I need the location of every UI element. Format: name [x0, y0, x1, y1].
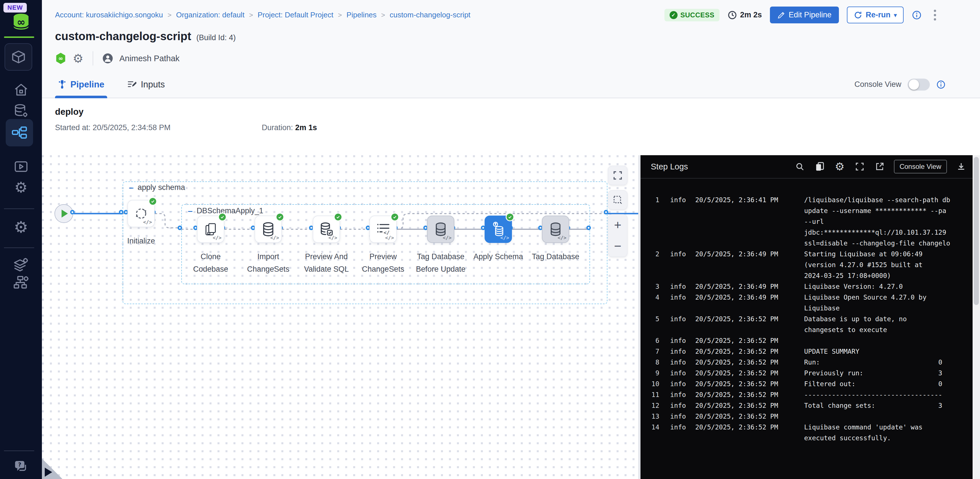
database-icon	[262, 222, 275, 236]
success-check-icon	[148, 197, 157, 206]
zoom-in-button[interactable]: +	[608, 214, 627, 236]
edit-pipeline-button[interactable]: Edit Pipeline	[770, 6, 839, 23]
stage-name: deploy	[55, 107, 967, 117]
meta-row: ∞ ⚙ Animesh Pathak	[42, 46, 980, 71]
help-chat-icon: ?	[13, 460, 29, 474]
top-bar: Account: kurosakiichigo.songoku> Organiz…	[42, 0, 980, 30]
header-actions: ✓ SUCCESS 2m 2s Edit Pipeline Re-run ▾	[665, 6, 940, 23]
connector-port[interactable]	[586, 225, 591, 230]
node-preview-validate-sql[interactable]: </> Preview And Validate SQL	[298, 216, 355, 275]
breadcrumb-separator: >	[168, 11, 172, 19]
sidebar-item-home[interactable]	[0, 78, 42, 101]
canvas-fullscreen-button[interactable]	[608, 166, 627, 185]
sidebar-item-builder[interactable]: ⚙	[0, 176, 42, 199]
status-text: SUCCESS	[681, 11, 714, 19]
node-initialize[interactable]: </> Initialize	[113, 200, 170, 247]
log-line: ssl=disable --changelog-file changelo	[641, 238, 980, 249]
node-label: Tag Database	[532, 250, 579, 263]
breadcrumb: Account: kurosakiichigo.songoku> Organiz…	[55, 11, 665, 19]
scrollbar-thumb[interactable]	[974, 157, 979, 305]
node-tag-database[interactable]: </> Tag Database	[527, 216, 584, 263]
breadcrumb-project[interactable]: Project: Default Project	[258, 11, 334, 19]
logs-console-view-button[interactable]: Console View	[894, 160, 947, 173]
code-mark: </>	[328, 235, 337, 241]
log-line: 8info20/5/2025, 2:36:52 PMRun: 0	[641, 357, 980, 368]
expand-arrow-icon[interactable]	[45, 468, 52, 477]
clock-icon	[727, 10, 737, 20]
connector-port[interactable]	[604, 210, 608, 214]
apply-schema-icon	[492, 222, 505, 237]
sidebar-divider	[4, 247, 34, 248]
gear-icon: ⚙	[14, 179, 28, 196]
code-mark: </>	[558, 235, 566, 241]
database-icon	[550, 222, 562, 236]
log-line: 4info20/5/2025, 2:36:49 PMLiquibase Open…	[641, 292, 980, 303]
node-apply-schema-selected[interactable]: </> Apply Schema	[470, 216, 527, 263]
connector-port[interactable]	[178, 225, 182, 230]
node-tag-database-before-update[interactable]: </> Tag Database Before Update	[412, 216, 469, 275]
success-check-icon	[276, 213, 284, 221]
canvas-scroll-strip[interactable]	[638, 155, 641, 479]
log-settings-button[interactable]: ⚙	[834, 161, 845, 172]
log-line: 2info20/5/2025, 2:36:49 PMStarting Liqui…	[641, 249, 980, 259]
log-line: 11info20/5/2025, 2:36:52 PM-------------…	[641, 389, 980, 400]
node-clone-codebase[interactable]: </> Clone Codebase	[182, 216, 239, 275]
tab-pipeline[interactable]: Pipeline	[55, 71, 107, 98]
breadcrumb-account[interactable]: Account: kurosakiichigo.songoku	[55, 11, 163, 19]
log-line: 5info20/5/2025, 2:36:52 PMDatabase is up…	[641, 314, 980, 324]
pipeline-settings-gear-icon[interactable]: ⚙	[73, 52, 84, 65]
console-view-control: Console View	[854, 79, 946, 90]
node-label: Initialize	[127, 235, 155, 247]
logs-scrollbar[interactable]	[973, 155, 980, 479]
connector-port[interactable]	[70, 210, 75, 214]
rerun-button[interactable]: Re-run ▾	[847, 6, 904, 23]
node-label: Apply Schema	[474, 250, 523, 263]
sidebar-item-help[interactable]: ?	[0, 456, 42, 479]
node-preview-changesets[interactable]: </> </> Preview ChangeSets	[355, 216, 412, 275]
cube-icon	[11, 49, 26, 64]
breadcrumb-current[interactable]: custom-changelog-script	[390, 11, 470, 19]
pipeline-canvas[interactable]: – apply schema – DBSchemaApply_1	[42, 155, 641, 479]
log-copy-button[interactable]	[814, 161, 826, 172]
code-mark: </>	[270, 235, 279, 241]
node-import-changesets[interactable]: </> Import ChangeSets	[240, 216, 297, 275]
breadcrumb-separator: >	[249, 11, 253, 19]
sidebar-item-settings[interactable]: ⚙	[0, 216, 42, 238]
console-view-toggle[interactable]	[908, 79, 930, 90]
log-download-button[interactable]	[956, 161, 967, 172]
zoom-out-button[interactable]: −	[608, 236, 627, 257]
log-fullscreen-button[interactable]	[854, 161, 865, 172]
main-area: Account: kurosakiichigo.songoku> Organiz…	[42, 0, 980, 479]
sidebar-item-pipelines-active[interactable]	[6, 119, 33, 146]
sidebar-item-org-resources[interactable]	[0, 271, 42, 294]
started-at: Started at: 20/5/2025, 2:34:58 PM	[55, 123, 170, 132]
more-options-menu[interactable]	[930, 8, 940, 22]
sidebar-item-executions[interactable]	[0, 155, 42, 178]
log-open-new-tab-button[interactable]	[874, 161, 885, 172]
node-label: Tag Database Before Update	[412, 250, 469, 275]
log-line: executed successfully.	[641, 433, 980, 443]
breadcrumb-pipelines[interactable]: Pipelines	[347, 11, 377, 19]
info-icon[interactable]	[936, 80, 946, 89]
tab-pipeline-label: Pipeline	[70, 79, 104, 90]
copy-icon	[815, 162, 824, 171]
canvas-select-mode-button[interactable]	[608, 190, 627, 209]
stage-summary: deploy Started at: 20/5/2025, 2:34:58 PM…	[42, 98, 980, 155]
download-icon	[957, 162, 966, 171]
success-check-icon	[218, 213, 227, 221]
harness-database-logo[interactable]: ∞	[13, 13, 30, 30]
log-line: changesets to execute	[641, 324, 980, 335]
log-search-button[interactable]	[794, 161, 805, 172]
author-name: Animesh Pathak	[119, 54, 180, 63]
svg-text:?: ?	[18, 462, 21, 468]
sidebar-divider	[4, 450, 34, 451]
status-badge: ✓ SUCCESS	[665, 9, 720, 21]
search-icon	[795, 162, 804, 171]
log-line: Liquibase	[641, 303, 980, 314]
breadcrumb-organization[interactable]: Organization: default	[176, 11, 245, 19]
fullscreen-icon	[613, 171, 622, 180]
tab-inputs[interactable]: Inputs	[124, 71, 168, 98]
log-lines[interactable]: 1info20/5/2025, 2:36:41 PM/liquibase/liq…	[641, 179, 980, 479]
module-selector-button[interactable]	[5, 43, 32, 71]
info-icon[interactable]	[912, 10, 922, 20]
